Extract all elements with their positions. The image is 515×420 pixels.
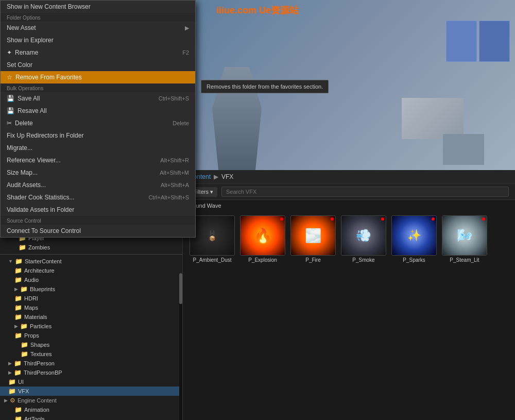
ctx-item-validate-assets[interactable]: Validate Assets in Folder (1, 204, 195, 216)
folder-icon: 📁 (14, 304, 22, 311)
sidebar-scrollbar[interactable] (179, 273, 182, 420)
modified-dot (331, 217, 334, 221)
folder-icon: 📁 (14, 369, 22, 376)
sidebar-item-third-person-bp[interactable]: ▶ 📁 ThirdPersonBP (0, 368, 182, 377)
asset-label: P_Fire (305, 257, 320, 263)
asset-item-p-smoke[interactable]: 💨 P_Smoke (340, 215, 387, 263)
asset-grid: |-|📦 P_Ambient_Dust 🔥 P_Explosion 🌫️ P_F… (183, 211, 515, 267)
ctx-item-shader-cook[interactable]: Shader Cook Statistics... Ctrl+Alt+Shift… (1, 191, 195, 204)
viewport-box-1 (402, 98, 464, 139)
sidebar-item-ui[interactable]: 📁 UI (0, 377, 182, 387)
sidebar-item-zombies[interactable]: 📁 Zombies (0, 243, 182, 252)
folder-icon: 📁 (15, 258, 23, 265)
expand-icon: ▼ (8, 259, 13, 264)
shader-cook-shortcut: Ctrl+Alt+Shift+S (148, 194, 189, 200)
search-vfx-input[interactable] (221, 187, 509, 197)
sidebar-item-materials[interactable]: 📁 Materials (0, 312, 182, 322)
ctx-item-save-all[interactable]: 💾 Save All Ctrl+Shift+S (1, 92, 195, 105)
delete-icon: ✂ (7, 120, 12, 127)
folder-icon: 📁 (14, 415, 22, 420)
sidebar-item-particles[interactable]: ▶ 📁 Particles (0, 322, 182, 331)
asset-label: P_Explosion (248, 257, 277, 263)
size-map-shortcut: Alt+Shift+M (160, 170, 189, 176)
asset-item-p-steam-lit[interactable]: 🌬️ P_Steam_Lit (441, 215, 488, 263)
ctx-section-source-control: Source Control (1, 216, 195, 225)
asset-item-p-sparks[interactable]: ✨ P_Sparks (391, 215, 437, 263)
sidebar-item-engine-content[interactable]: ▶ ⚙ Engine Content (0, 396, 182, 405)
breadcrumb-vfx: VFX (221, 173, 233, 180)
asset-label: P_Ambient_Dust (193, 257, 231, 263)
star-icon: ☆ (7, 74, 12, 81)
ctx-item-audit-assets[interactable]: Audit Assets... Alt+Shift+A (1, 179, 195, 191)
folder-icon: 📁 (8, 388, 16, 395)
folder-icon: 📁 (14, 332, 22, 339)
reference-viewer-shortcut: Alt+Shift+R (160, 157, 189, 163)
ctx-item-rename[interactable]: ✦ Rename F2 (1, 46, 195, 59)
sidebar-item-shapes[interactable]: 📁 Shapes (0, 340, 182, 349)
asset-thumb: 💨 (341, 215, 386, 256)
sidebar-item-maps[interactable]: 📁 Maps (0, 303, 182, 312)
sidebar-item-hdri[interactable]: 📁 HDRI (0, 294, 182, 303)
sidebar-item-blueprints[interactable]: ▶ 📁 Blueprints (0, 284, 182, 294)
viewport-box-2 (443, 134, 484, 165)
expand-icon: ▶ (8, 370, 12, 375)
submenu-arrow-icon: ▶ (185, 25, 189, 31)
ctx-item-resave-all[interactable]: 💾 Resave All (1, 105, 195, 117)
viewport-box-small-1 (446, 21, 477, 62)
expand-icon: ▶ (14, 324, 18, 329)
ctx-item-fix-up-redirectors[interactable]: Fix Up Redirectors in Folder (1, 129, 195, 142)
sidebar-item-audio[interactable]: 📁 Audio (0, 275, 182, 284)
asset-thumb: |-|📦 (190, 215, 235, 256)
ctx-item-show-in-new-content-browser[interactable]: Show in New Content Browser (1, 1, 195, 13)
folder-icon: 📁 (21, 350, 28, 358)
asset-label: P_Smoke (352, 257, 374, 263)
sound-wave-label: Sound Wave (183, 200, 515, 211)
asset-thumb: ✨ (391, 215, 437, 256)
folder-icon: 📁 (20, 285, 28, 293)
save-icon: 💾 (7, 95, 14, 102)
tooltip: Removes this folder from the favorites s… (201, 80, 329, 93)
sidebar-item-vfx[interactable]: 📁 VFX (0, 387, 182, 396)
expand-icon: ▶ (14, 287, 18, 292)
context-menu: Show in New Content Browser Folder Optio… (0, 0, 196, 238)
modified-dot (482, 217, 485, 221)
sidebar-item-third-person[interactable]: ▶ 📁 ThirdPerson (0, 359, 182, 368)
folder-icon: 📁 (8, 378, 16, 385)
folder-icon: 📁 (14, 406, 22, 413)
ctx-item-migrate[interactable]: Migrate... (1, 142, 195, 154)
ctx-item-size-map[interactable]: Size Map... Alt+Shift+M (1, 166, 195, 179)
scrollbar-thumb[interactable] (179, 273, 182, 304)
ctx-item-connect-source-control[interactable]: Connect To Source Control (1, 225, 195, 237)
asset-thumb: 🌬️ (442, 215, 487, 256)
sidebar-item-textures[interactable]: 📁 Textures (0, 349, 182, 359)
folder-icon: 📁 (14, 267, 22, 274)
ctx-item-new-asset[interactable]: New Asset ▶ (1, 22, 195, 34)
rename-icon: ✦ (7, 49, 12, 56)
sidebar-item-props[interactable]: 📁 Props (0, 331, 182, 340)
asset-item-p-ambient-dust[interactable]: |-|📦 P_Ambient_Dust (189, 215, 235, 263)
expand-icon: ▶ (4, 398, 8, 403)
asset-item-p-explosion[interactable]: 🔥 P_Explosion (239, 215, 286, 263)
sidebar-item-animation[interactable]: 📁 Animation (0, 405, 182, 414)
ctx-item-delete[interactable]: ✂ Delete Delete (1, 117, 195, 129)
ctx-item-set-color[interactable]: Set Color (1, 59, 195, 71)
sidebar-item-architecture[interactable]: 📁 Architecture (0, 266, 182, 275)
ctx-item-reference-viewer[interactable]: Reference Viewer... Alt+Shift+R (1, 154, 195, 166)
folder-icon: 📁 (20, 323, 28, 330)
tooltip-text: Removes this folder from the favorites s… (207, 83, 323, 90)
asset-item-p-fire[interactable]: 🌫️ P_Fire (290, 215, 336, 263)
modified-dot (280, 217, 283, 221)
sidebar-item-starter-content[interactable]: ▼ 📁 StarterContent (0, 257, 182, 266)
tree-container[interactable]: ★ Favorites 📁 Meshes 📁 Player 📁 Zombies … (0, 211, 182, 420)
sidebar-item-art-tools[interactable]: 📁 ArtTools (0, 414, 182, 420)
folder-icon: 📁 (19, 244, 26, 251)
expand-icon: ▶ (8, 361, 12, 366)
ctx-section-bulk-operations: Bulk Operations (1, 83, 195, 92)
ctx-item-show-in-explorer[interactable]: Show in Explorer (1, 34, 195, 46)
dropdown-arrow-icon: ▾ (210, 189, 213, 195)
filters-bar: Filters ▾ (183, 184, 515, 200)
rename-shortcut: F2 (182, 49, 189, 56)
folder-icon: 📁 (14, 295, 22, 302)
ctx-item-remove-from-favorites[interactable]: ☆ Remove From Favorites (1, 71, 195, 83)
breadcrumb: Content ▶ VFX (183, 170, 515, 184)
